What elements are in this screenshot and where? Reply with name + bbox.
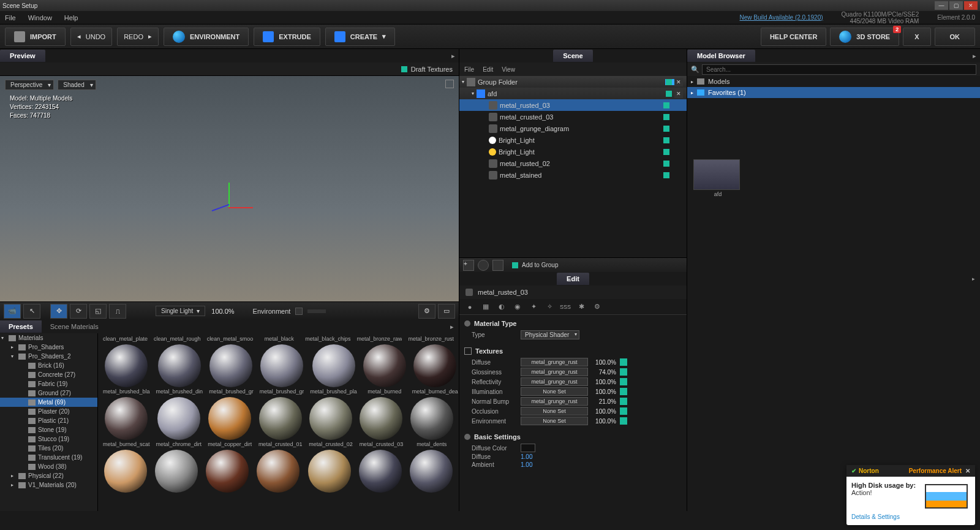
reflect-mode-icon[interactable]: ◉	[512, 301, 523, 312]
visibility-toggle[interactable]	[666, 91, 672, 97]
visibility-toggle[interactable]	[663, 114, 669, 120]
texture-toggle[interactable]	[620, 358, 627, 366]
model-thumbnail[interactable]: afd	[693, 159, 742, 197]
texture-percentage[interactable]: 100.0%	[592, 388, 616, 395]
material-preset-thumb[interactable]: metal_brushed_gr	[209, 344, 254, 395]
3d-store-button[interactable]: 3D STORE	[830, 28, 899, 46]
texture-toggle[interactable]	[620, 388, 627, 395]
material-preset-thumb[interactable]	[154, 450, 198, 494]
material-preset-thumb[interactable]: metal_brushed_gr	[260, 344, 304, 395]
preset-folder-item[interactable]: Plaster (20)	[0, 407, 97, 416]
model-search-input[interactable]	[702, 64, 976, 75]
favorites-folder-row[interactable]: ▸Favorites (1)	[687, 87, 980, 98]
material-preset-thumb[interactable]: clean_metal_smoo	[207, 336, 254, 342]
delete-object-button[interactable]: ✕	[674, 89, 683, 98]
ambient-value[interactable]: 1.00	[521, 461, 532, 468]
texture-slot[interactable]: metal_grunge_rust	[521, 377, 588, 386]
window-close-button[interactable]: ✕	[964, 1, 978, 10]
preset-folder-item[interactable]: Tiles (20)	[0, 444, 97, 453]
texture-slot[interactable]: metal_grunge_rust	[521, 358, 588, 366]
material-preset-thumb[interactable]: metal_crusted_02	[309, 397, 353, 447]
shading-mode-icon[interactable]: ◐	[496, 301, 507, 312]
scale-tool-button[interactable]: ◱	[89, 304, 107, 319]
undo-button[interactable]: ◂ UNDO	[70, 28, 112, 46]
material-preset-thumb[interactable]: metal_black	[259, 336, 299, 342]
material-preset-thumb[interactable]	[256, 450, 301, 494]
texture-slot[interactable]: None Set	[521, 407, 588, 415]
scene-tab[interactable]: Scene	[553, 50, 592, 62]
light-mode-dropdown[interactable]: Single Light ▾	[156, 306, 205, 316]
material-preset-thumb[interactable]: metal_crusted_03	[359, 397, 403, 447]
preset-folder-item[interactable]: Translucent (19)	[0, 453, 97, 462]
material-preset-thumb[interactable]	[307, 450, 352, 494]
material-preset-thumb[interactable]: metal_brushed_din	[156, 344, 203, 395]
group-folder-row[interactable]: ▾ Group Folder 1 ▾ ✕	[459, 76, 687, 88]
scene-menu-view[interactable]: View	[502, 66, 515, 73]
scene-item-row[interactable]: metal_grunge_diagram	[459, 123, 687, 134]
cancel-x-button[interactable]: X	[903, 28, 930, 46]
texture-toggle[interactable]	[620, 378, 627, 385]
window-minimize-button[interactable]: —	[935, 1, 948, 10]
window-maximize-button[interactable]: ▢	[949, 1, 963, 10]
redo-button[interactable]: REDO ▸	[117, 28, 159, 46]
material-preset-thumb[interactable]: metal_crusted_01	[258, 397, 302, 447]
preset-folder-item[interactable]: ▾Pro_Shaders_2	[0, 352, 97, 361]
camera-tool-button[interactable]: 📹	[4, 304, 21, 319]
material-preset-thumb[interactable]: metal_black_chips	[305, 336, 350, 342]
texture-percentage[interactable]: 100.0%	[592, 408, 616, 415]
add-object-icon[interactable]: +	[463, 260, 474, 271]
edit-expand-icon[interactable]: ▸	[972, 276, 975, 282]
extrude-button[interactable]: EXTRUDE	[254, 28, 320, 46]
diffuse-value[interactable]: 1.00	[521, 453, 532, 460]
norton-details-link[interactable]: Details & Settings	[846, 511, 975, 525]
3d-viewport[interactable]: Perspective Shaded Model: Multiple Model…	[0, 76, 459, 301]
settings-mode-icon[interactable]: ⚙	[592, 301, 603, 312]
preview-tab[interactable]: Preview	[0, 50, 45, 62]
preset-folder-item[interactable]: Plastic (21)	[0, 416, 97, 425]
sss-mode-icon[interactable]: SSS	[560, 301, 571, 312]
diffuse-color-swatch[interactable]	[521, 444, 535, 452]
preset-folder-item[interactable]: Metal (69)	[0, 398, 97, 407]
material-preset-thumb[interactable]: metal_chrome_dirt	[156, 397, 202, 447]
material-preset-thumb[interactable]: metal_dents	[410, 397, 454, 447]
camera-mode-dropdown[interactable]: Perspective	[5, 80, 54, 90]
help-center-button[interactable]: HELP CENTER	[761, 28, 826, 46]
models-folder-row[interactable]: ▸Models	[687, 76, 980, 87]
texture-slot[interactable]: metal_grunge_rust	[521, 397, 588, 406]
visibility-toggle[interactable]	[663, 102, 669, 108]
material-preset-thumb[interactable]	[409, 450, 454, 494]
light2-mode-icon[interactable]: ✧	[544, 301, 555, 312]
scene-menu-edit[interactable]: Edit	[483, 66, 493, 73]
texture-toggle[interactable]	[620, 407, 627, 415]
material-preset-thumb[interactable]: metal_burned_scat	[103, 397, 150, 447]
presets-expand-icon[interactable]: ▸	[445, 323, 459, 331]
texture-percentage[interactable]: 100.0%	[592, 418, 616, 425]
draft-textures-checkbox[interactable]	[401, 66, 407, 72]
create-button[interactable]: CREATE ▾	[325, 28, 395, 46]
select-tool-button[interactable]: ↖	[23, 304, 40, 319]
afd-object-row[interactable]: ▾ afd ✕	[459, 88, 687, 99]
preset-folder-item[interactable]: ▸V1_Materials (20)	[0, 480, 97, 490]
visibility-toggle[interactable]	[663, 161, 669, 167]
norton-close-button[interactable]: ✕	[965, 468, 970, 474]
material-preset-thumb[interactable]	[103, 450, 148, 494]
light-mode-icon[interactable]: ✦	[528, 301, 539, 312]
texture-toggle[interactable]	[620, 417, 627, 425]
move-tool-button[interactable]: ✥	[50, 304, 67, 319]
menu-window[interactable]: Window	[28, 14, 52, 21]
environment-slider[interactable]	[307, 309, 326, 313]
texture-percentage[interactable]: 21.0%	[592, 398, 616, 405]
viewport-display-icon[interactable]: ▭	[438, 304, 455, 319]
scene-item-row[interactable]: metal_rusted_02	[459, 157, 687, 169]
material-preset-thumb[interactable]: metal_brushed_pla	[310, 344, 357, 395]
preset-folder-item[interactable]: Concrete (27)	[0, 370, 97, 379]
presets-tab[interactable]: Presets	[0, 320, 42, 333]
scene-item-row[interactable]: metal_stained	[459, 169, 687, 181]
special-mode-icon[interactable]: ✱	[576, 301, 587, 312]
material-preset-thumb[interactable]: metal_bronze_raw	[356, 336, 402, 342]
preview-expand-icon[interactable]: ▸	[448, 52, 459, 60]
fullscreen-icon[interactable]	[445, 80, 454, 88]
texture-toggle[interactable]	[620, 368, 627, 376]
add-light-icon[interactable]	[478, 260, 489, 271]
visibility-toggle[interactable]	[663, 137, 669, 143]
